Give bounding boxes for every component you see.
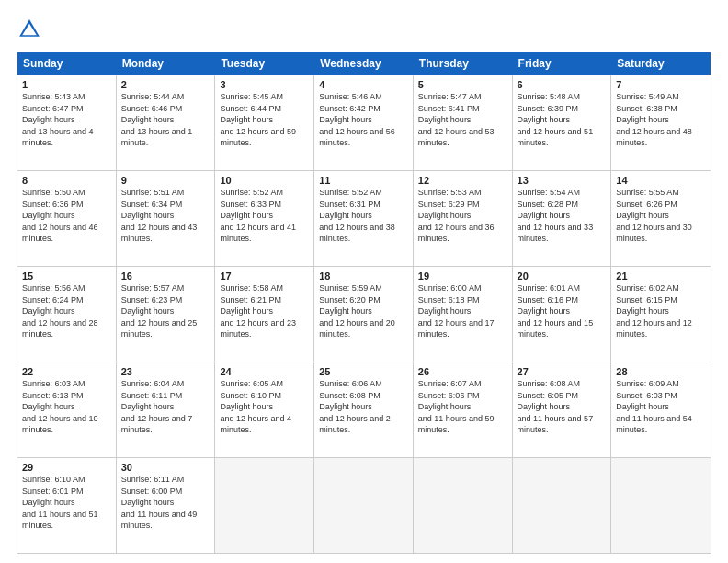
- cal-cell-30: 30Sunrise: 6:11 AMSunset: 6:00 PMDayligh…: [117, 458, 216, 553]
- sun-info: Sunrise: 5:43 AMSunset: 6:47 PMDaylight …: [22, 91, 111, 149]
- day-number: 28: [616, 366, 706, 377]
- cal-cell-28: 28Sunrise: 6:09 AMSunset: 6:03 PMDayligh…: [611, 362, 711, 457]
- calendar-header: SundayMondayTuesdayWednesdayThursdayFrid…: [17, 52, 711, 75]
- day-number: 7: [616, 79, 706, 90]
- day-number: 26: [418, 366, 507, 377]
- calendar-body: 1Sunrise: 5:43 AMSunset: 6:47 PMDaylight…: [17, 75, 711, 553]
- calendar: SundayMondayTuesdayWednesdayThursdayFrid…: [17, 52, 711, 554]
- sun-info: Sunrise: 5:52 AMSunset: 6:31 PMDaylight …: [319, 187, 408, 245]
- sun-info: Sunrise: 5:56 AMSunset: 6:24 PMDaylight …: [22, 282, 111, 340]
- day-number: 13: [518, 175, 607, 186]
- cal-cell-empty: [611, 458, 711, 553]
- sun-info: Sunrise: 6:00 AMSunset: 6:18 PMDaylight …: [418, 282, 507, 340]
- day-number: 1: [22, 79, 111, 90]
- cal-row-4: 22Sunrise: 6:03 AMSunset: 6:13 PMDayligh…: [17, 362, 711, 457]
- cal-cell-18: 18Sunrise: 5:59 AMSunset: 6:20 PMDayligh…: [314, 267, 414, 362]
- sun-info: Sunrise: 5:50 AMSunset: 6:36 PMDaylight …: [22, 187, 111, 245]
- cal-row-1: 1Sunrise: 5:43 AMSunset: 6:47 PMDaylight…: [17, 75, 711, 170]
- sun-info: Sunrise: 5:48 AMSunset: 6:39 PMDaylight …: [518, 91, 607, 149]
- cal-row-2: 8Sunrise: 5:50 AMSunset: 6:36 PMDaylight…: [17, 170, 711, 266]
- cal-row-3: 15Sunrise: 5:56 AMSunset: 6:24 PMDayligh…: [17, 266, 711, 362]
- cal-cell-12: 12Sunrise: 5:53 AMSunset: 6:29 PMDayligh…: [414, 171, 513, 266]
- sun-info: Sunrise: 5:44 AMSunset: 6:46 PMDaylight …: [121, 91, 210, 149]
- day-number: 14: [616, 175, 706, 186]
- day-number: 20: [518, 270, 607, 282]
- sun-info: Sunrise: 6:03 AMSunset: 6:13 PMDaylight …: [22, 378, 111, 436]
- cal-cell-21: 21Sunrise: 6:02 AMSunset: 6:15 PMDayligh…: [611, 267, 711, 362]
- cal-cell-17: 17Sunrise: 5:58 AMSunset: 6:21 PMDayligh…: [215, 267, 314, 362]
- day-number: 10: [220, 175, 309, 186]
- cal-cell-20: 20Sunrise: 6:01 AMSunset: 6:16 PMDayligh…: [513, 267, 612, 362]
- cal-cell-10: 10Sunrise: 5:52 AMSunset: 6:33 PMDayligh…: [215, 171, 314, 266]
- cal-cell-26: 26Sunrise: 6:07 AMSunset: 6:06 PMDayligh…: [414, 362, 513, 457]
- day-number: 9: [121, 175, 210, 186]
- cal-cell-27: 27Sunrise: 6:08 AMSunset: 6:05 PMDayligh…: [513, 362, 612, 457]
- cal-header-day-friday: Friday: [513, 52, 612, 75]
- day-number: 6: [518, 79, 607, 90]
- cal-cell-11: 11Sunrise: 5:52 AMSunset: 6:31 PMDayligh…: [314, 171, 414, 266]
- sun-info: Sunrise: 5:53 AMSunset: 6:29 PMDaylight …: [418, 187, 507, 245]
- cal-cell-2: 2Sunrise: 5:44 AMSunset: 6:46 PMDaylight…: [117, 75, 216, 170]
- cal-header-day-thursday: Thursday: [414, 52, 513, 75]
- cal-header-day-saturday: Saturday: [611, 52, 711, 75]
- sun-info: Sunrise: 5:59 AMSunset: 6:20 PMDaylight …: [319, 282, 408, 340]
- cal-cell-15: 15Sunrise: 5:56 AMSunset: 6:24 PMDayligh…: [17, 267, 117, 362]
- day-number: 4: [319, 79, 408, 90]
- day-number: 30: [121, 462, 210, 473]
- cal-header-day-wednesday: Wednesday: [314, 52, 414, 75]
- day-number: 16: [121, 270, 210, 282]
- day-number: 21: [616, 270, 706, 282]
- sun-info: Sunrise: 5:49 AMSunset: 6:38 PMDaylight …: [616, 91, 706, 149]
- sun-info: Sunrise: 6:08 AMSunset: 6:05 PMDaylight …: [518, 378, 607, 436]
- day-number: 2: [121, 79, 210, 90]
- cal-cell-empty: [414, 458, 513, 553]
- day-number: 3: [220, 79, 309, 90]
- sun-info: Sunrise: 5:55 AMSunset: 6:26 PMDaylight …: [616, 187, 706, 245]
- sun-info: Sunrise: 5:46 AMSunset: 6:42 PMDaylight …: [319, 91, 408, 149]
- cal-cell-29: 29Sunrise: 6:10 AMSunset: 6:01 PMDayligh…: [17, 458, 117, 553]
- sun-info: Sunrise: 5:47 AMSunset: 6:41 PMDaylight …: [418, 91, 507, 149]
- cal-cell-6: 6Sunrise: 5:48 AMSunset: 6:39 PMDaylight…: [513, 75, 612, 170]
- day-number: 17: [220, 270, 309, 282]
- sun-info: Sunrise: 5:58 AMSunset: 6:21 PMDaylight …: [220, 282, 309, 340]
- day-number: 29: [22, 462, 111, 473]
- cal-cell-empty: [513, 458, 612, 553]
- cal-header-day-sunday: Sunday: [17, 52, 117, 75]
- day-number: 8: [22, 175, 111, 186]
- sun-info: Sunrise: 6:11 AMSunset: 6:00 PMDaylight …: [121, 474, 210, 532]
- sun-info: Sunrise: 6:07 AMSunset: 6:06 PMDaylight …: [418, 378, 507, 436]
- sun-info: Sunrise: 6:01 AMSunset: 6:16 PMDaylight …: [518, 282, 607, 340]
- cal-cell-empty: [215, 458, 314, 553]
- day-number: 18: [319, 270, 408, 282]
- page: SundayMondayTuesdayWednesdayThursdayFrid…: [0, 0, 728, 563]
- cal-cell-22: 22Sunrise: 6:03 AMSunset: 6:13 PMDayligh…: [17, 362, 117, 457]
- day-number: 23: [121, 366, 210, 377]
- logo-icon: [17, 17, 42, 42]
- sun-info: Sunrise: 6:05 AMSunset: 6:10 PMDaylight …: [220, 378, 309, 436]
- sun-info: Sunrise: 6:10 AMSunset: 6:01 PMDaylight …: [22, 474, 111, 532]
- day-number: 12: [418, 175, 507, 186]
- cal-cell-13: 13Sunrise: 5:54 AMSunset: 6:28 PMDayligh…: [513, 171, 612, 266]
- cal-cell-23: 23Sunrise: 6:04 AMSunset: 6:11 PMDayligh…: [117, 362, 216, 457]
- sun-info: Sunrise: 5:51 AMSunset: 6:34 PMDaylight …: [121, 187, 210, 245]
- sun-info: Sunrise: 5:52 AMSunset: 6:33 PMDaylight …: [220, 187, 309, 245]
- cal-cell-7: 7Sunrise: 5:49 AMSunset: 6:38 PMDaylight…: [611, 75, 711, 170]
- cal-cell-24: 24Sunrise: 6:05 AMSunset: 6:10 PMDayligh…: [215, 362, 314, 457]
- day-number: 15: [22, 270, 111, 282]
- cal-cell-16: 16Sunrise: 5:57 AMSunset: 6:23 PMDayligh…: [117, 267, 216, 362]
- day-number: 22: [22, 366, 111, 377]
- sun-info: Sunrise: 5:54 AMSunset: 6:28 PMDaylight …: [518, 187, 607, 245]
- sun-info: Sunrise: 5:45 AMSunset: 6:44 PMDaylight …: [220, 91, 309, 149]
- cal-cell-9: 9Sunrise: 5:51 AMSunset: 6:34 PMDaylight…: [117, 171, 216, 266]
- cal-cell-5: 5Sunrise: 5:47 AMSunset: 6:41 PMDaylight…: [414, 75, 513, 170]
- header: [17, 17, 711, 42]
- sun-info: Sunrise: 6:02 AMSunset: 6:15 PMDaylight …: [616, 282, 706, 340]
- day-number: 19: [418, 270, 507, 282]
- cal-cell-25: 25Sunrise: 6:06 AMSunset: 6:08 PMDayligh…: [314, 362, 414, 457]
- sun-info: Sunrise: 6:04 AMSunset: 6:11 PMDaylight …: [121, 378, 210, 436]
- cal-cell-14: 14Sunrise: 5:55 AMSunset: 6:26 PMDayligh…: [611, 171, 711, 266]
- cal-cell-4: 4Sunrise: 5:46 AMSunset: 6:42 PMDaylight…: [314, 75, 414, 170]
- sun-info: Sunrise: 6:06 AMSunset: 6:08 PMDaylight …: [319, 378, 408, 436]
- day-number: 27: [518, 366, 607, 377]
- cal-header-day-monday: Monday: [117, 52, 216, 75]
